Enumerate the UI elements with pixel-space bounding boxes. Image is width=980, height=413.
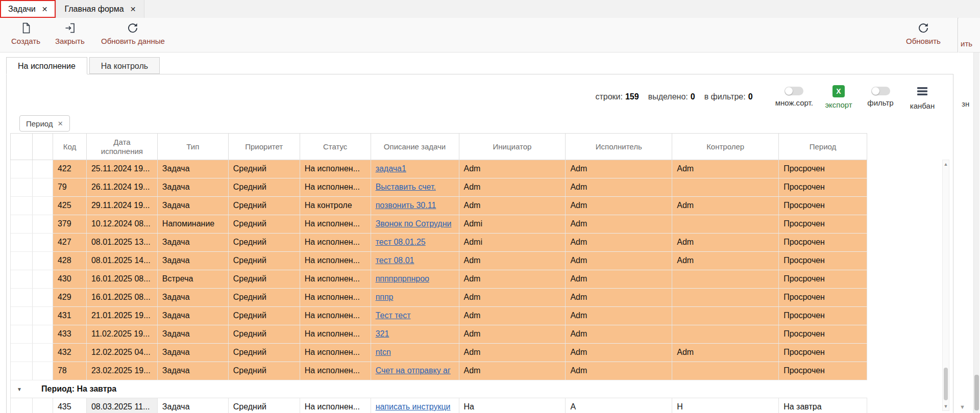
multisort-toggle[interactable]: [785, 87, 803, 95]
close-button[interactable]: Закрыть: [55, 21, 85, 45]
table-row[interactable]: 43212.02.2025 04...ЗадачаСреднийНа испол…: [11, 344, 867, 362]
window-scrollbar[interactable]: [973, 53, 979, 413]
status-cell: На исполнен...: [300, 270, 371, 288]
clipped-label-fragment: зн: [962, 99, 969, 108]
window-tab-main-form[interactable]: Главная форма ✕: [56, 0, 144, 18]
controller-cell: [672, 178, 779, 196]
task-description-link[interactable]: Тест тест: [376, 311, 411, 320]
column-header[interactable]: Статус: [300, 134, 371, 160]
table-row[interactable]: 7926.11.2024 19...ЗадачаСреднийНа исполн…: [11, 178, 867, 197]
status-cell: На исполнен...: [300, 398, 371, 413]
code-cell: 425: [53, 197, 87, 215]
status-cell: На исполнен...: [300, 234, 371, 251]
table-row[interactable]: 42708.01.2025 13...ЗадачаСреднийНа испол…: [11, 234, 867, 252]
scroll-down-icon[interactable]: ▼: [960, 404, 965, 410]
row-indicator-cell: [33, 289, 53, 306]
scrollbar-thumb[interactable]: [974, 375, 979, 410]
group-row[interactable]: ▼Период: На завтра: [11, 380, 867, 398]
chip-close-icon[interactable]: ✕: [58, 120, 63, 127]
code-cell: 429: [53, 289, 87, 306]
period-cell: Просрочен: [779, 344, 867, 362]
column-header[interactable]: Дата исполнения: [87, 134, 158, 160]
period-cell: Просрочен: [779, 234, 867, 251]
controller-cell: [672, 215, 779, 233]
filter-chip-period[interactable]: Период ✕: [19, 115, 70, 132]
kanban-icon[interactable]: [916, 84, 928, 98]
scrollbar-thumb[interactable]: [944, 368, 948, 400]
table-row[interactable]: 43508.03.2025 11...ЗадачаСреднийНа испол…: [11, 398, 867, 413]
task-description-link[interactable]: тест 08.01: [376, 256, 414, 265]
background-panel-sliver: зн ▼: [959, 53, 980, 413]
table-row[interactable]: 43121.01.2025 19...ЗадачаСреднийНа испол…: [11, 307, 867, 325]
priority-cell: Средний: [229, 362, 300, 380]
export-control[interactable]: X экспорт: [822, 85, 855, 109]
task-description-link[interactable]: ntcn: [376, 348, 391, 356]
collapse-arrow-icon[interactable]: ▼: [17, 386, 27, 392]
create-button-label: Создать: [11, 37, 40, 45]
row-indicator-cell: [33, 197, 53, 215]
column-header[interactable]: Контролер: [672, 134, 779, 160]
column-header[interactable]: Инициатор: [459, 134, 566, 160]
filter-toggle[interactable]: [871, 87, 890, 95]
task-description-link[interactable]: пппр: [376, 293, 394, 301]
tab-close-icon[interactable]: ✕: [42, 5, 48, 13]
type-cell: Встреча: [158, 270, 229, 288]
column-header[interactable]: Код: [53, 134, 87, 160]
multisort-control[interactable]: множ.сорт.: [775, 87, 813, 107]
task-description-link[interactable]: Звонок по Сотрудни: [376, 219, 452, 228]
column-header[interactable]: [33, 134, 53, 160]
column-header[interactable]: [11, 134, 33, 160]
task-description-link[interactable]: ппппрпрпнроо: [376, 274, 429, 283]
tab-execution[interactable]: На исполнение: [6, 57, 87, 74]
table-row[interactable]: 43311.02.2025 19...ЗадачаСреднийНа испол…: [11, 325, 867, 344]
table-row[interactable]: 43016.01.2025 08...ВстречаСреднийНа испо…: [11, 270, 867, 289]
column-header[interactable]: Приоритет: [229, 134, 300, 160]
scroll-down-icon[interactable]: ▼: [943, 402, 949, 410]
create-button[interactable]: Создать: [11, 21, 40, 45]
controller-cell: [672, 325, 779, 343]
row-select-cell: [11, 289, 33, 306]
task-description-link[interactable]: позвонить 30.11: [376, 201, 436, 210]
priority-cell: Средний: [229, 215, 300, 233]
status-cell: На исполнен...: [300, 325, 371, 343]
task-description-link[interactable]: 321: [376, 329, 389, 338]
description-cell: Тест тест: [371, 307, 459, 325]
column-header[interactable]: Период: [779, 134, 867, 160]
table-row[interactable]: 42808.01.2025 14...ЗадачаСреднийНа испол…: [11, 252, 867, 270]
task-description-link[interactable]: тест 08.01.25: [376, 238, 426, 246]
window-tab-tasks[interactable]: Задачи ✕: [0, 0, 56, 18]
background-toolbar-sliver: ить: [959, 18, 980, 53]
date-cell: 16.01.2025 08...: [87, 289, 158, 306]
column-header[interactable]: Описание задачи: [371, 134, 459, 160]
table-scrollbar[interactable]: ▲ ▼: [942, 160, 949, 411]
clipped-toolbar-label[interactable]: ить: [961, 39, 972, 48]
table-row[interactable]: 42225.11.2024 19...ЗадачаСреднийНа испол…: [11, 160, 867, 178]
executor-cell: Adm: [566, 344, 672, 362]
column-header[interactable]: Тип: [158, 134, 229, 160]
refresh-data-button[interactable]: Обновить данные: [101, 21, 165, 45]
task-description-link[interactable]: Счет на отправку аг: [376, 366, 451, 375]
kanban-control[interactable]: канбан: [906, 84, 939, 110]
executor-cell: Adm: [566, 160, 672, 178]
table-row[interactable]: 37910.12.2024 08...НапоминаниеСреднийНа …: [11, 215, 867, 234]
export-label: экспорт: [825, 100, 852, 109]
priority-cell: Средний: [229, 160, 300, 178]
table-row[interactable]: 7823.02.2025 19...ЗадачаСреднийНа исполн…: [11, 362, 867, 380]
table-row[interactable]: 42529.11.2024 19...ЗадачаСреднийНа контр…: [11, 197, 867, 215]
tab-control[interactable]: На контроль: [89, 57, 160, 74]
task-description-link[interactable]: написать инструкци: [376, 402, 451, 411]
column-header[interactable]: Исполнитель: [566, 134, 672, 160]
excel-export-icon[interactable]: X: [832, 85, 845, 97]
period-cell: Просрочен: [779, 160, 867, 178]
executor-cell: Adm: [566, 362, 672, 380]
task-description-link[interactable]: задача1: [376, 164, 406, 173]
filter-control[interactable]: фильтр: [864, 87, 897, 107]
refresh-button-right[interactable]: Обновить: [906, 21, 941, 45]
scroll-up-icon[interactable]: ▲: [943, 160, 949, 168]
period-cell: На завтра: [779, 398, 867, 413]
description-cell: 321: [371, 325, 459, 343]
type-cell: Напоминание: [158, 215, 229, 233]
task-description-link[interactable]: Выставить счет.: [376, 183, 436, 191]
tab-close-icon[interactable]: ✕: [130, 5, 136, 13]
table-row[interactable]: 42916.01.2025 08...ЗадачаСреднийНа испол…: [11, 289, 867, 307]
